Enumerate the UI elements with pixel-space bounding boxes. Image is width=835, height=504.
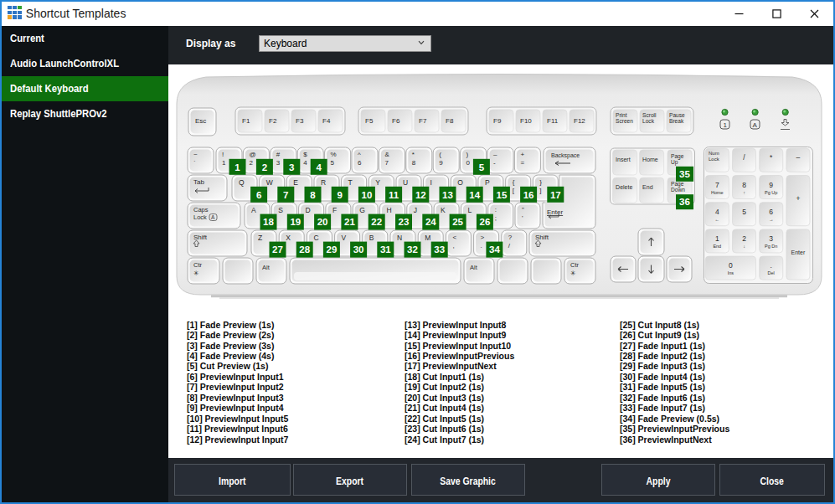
svg-text:N: N: [397, 234, 402, 242]
svg-text:14: 14: [469, 190, 480, 200]
svg-text:=: =: [520, 159, 524, 167]
svg-text:6: 6: [358, 159, 362, 167]
svg-text:3: 3: [769, 234, 773, 243]
svg-text:+: +: [796, 194, 800, 203]
svg-text:F11: F11: [547, 117, 559, 125]
svg-text:.: .: [481, 242, 482, 249]
svg-text:0: 0: [466, 159, 471, 167]
svg-text:[14] PreviewInput Input9: [14] PreviewInput Input9: [405, 330, 507, 340]
svg-text:32: 32: [407, 244, 418, 255]
svg-text:23: 23: [399, 217, 410, 227]
svg-text:[3] Fade Preview (3s): [3] Fade Preview (3s): [187, 341, 274, 351]
svg-text:[19] Cut Input2 (1s): [19] Cut Input2 (1s): [405, 382, 484, 392]
svg-text:;: ;: [495, 214, 497, 222]
svg-text:Z: Z: [258, 234, 262, 242]
svg-text:[24] Cut Input7 (1s): [24] Cut Input7 (1s): [405, 435, 484, 445]
svg-text:–: –: [493, 151, 497, 158]
svg-text:[23] Cut Input6 (1s): [23] Cut Input6 (1s): [405, 424, 484, 434]
svg-text:2: 2: [249, 159, 253, 167]
svg-text:9: 9: [337, 190, 342, 200]
svg-text:`: `: [193, 159, 196, 167]
svg-text:8: 8: [412, 159, 416, 167]
svg-text:24: 24: [425, 217, 436, 227]
svg-text:✳: ✳: [570, 270, 576, 277]
svg-text:25: 25: [452, 217, 463, 227]
svg-text:[18] Cut Input1 (1s): [18] Cut Input1 (1s): [405, 372, 484, 382]
svg-text:Lock: Lock: [709, 157, 720, 162]
svg-text:Del: Del: [768, 270, 775, 275]
svg-text:[11] PreviewInput Input6: [11] PreviewInput Input6: [187, 424, 288, 434]
svg-text:A: A: [211, 214, 215, 220]
svg-text:[35] PreviewInputPrevious: [35] PreviewInputPrevious: [620, 424, 729, 434]
svg-text:F10: F10: [520, 117, 532, 125]
svg-text:F1: F1: [242, 117, 250, 125]
svg-text:1: 1: [715, 234, 719, 243]
svg-text:P: P: [485, 178, 490, 187]
svg-text:Home: Home: [642, 157, 658, 162]
svg-text:31: 31: [380, 244, 391, 255]
svg-text:Alt: Alt: [470, 264, 478, 271]
svg-text:[4] Fade Preview (4s): [4] Fade Preview (4s): [187, 351, 274, 361]
svg-text:5: 5: [479, 162, 485, 172]
svg-text:36: 36: [679, 197, 690, 207]
svg-text:Lock: Lock: [642, 118, 655, 124]
svg-text:%: %: [331, 151, 337, 158]
svg-text:←: ←: [715, 217, 720, 222]
svg-text:L: L: [467, 206, 472, 214]
svg-text:[8] PreviewInput Input3: [8] PreviewInput Input3: [187, 393, 284, 403]
svg-text:Scroll: Scroll: [642, 112, 657, 118]
svg-text:#: #: [276, 151, 281, 158]
svg-text:Home: Home: [711, 190, 724, 195]
svg-text:[16] PreviewInputPrevious: [16] PreviewInputPrevious: [405, 351, 514, 361]
svg-text:A: A: [251, 206, 256, 214]
svg-text:4: 4: [303, 159, 307, 167]
svg-text:K: K: [441, 206, 446, 214]
svg-text:G: G: [359, 206, 365, 214]
svg-text:F12: F12: [574, 117, 585, 125]
svg-text:D: D: [306, 206, 311, 214]
svg-text:7: 7: [715, 181, 719, 189]
svg-text:Num: Num: [709, 151, 719, 156]
svg-text:Shift: Shift: [535, 234, 549, 241]
svg-text:S: S: [278, 206, 283, 214]
svg-text:Down: Down: [671, 187, 685, 193]
svg-text:22: 22: [371, 217, 382, 227]
svg-text:[34] Fade Preview (0.5s): [34] Fade Preview (0.5s): [620, 414, 719, 424]
svg-text:10: 10: [362, 190, 373, 200]
svg-text:[12] PreviewInput Input7: [12] PreviewInput Input7: [187, 435, 289, 445]
svg-text:Q: Q: [239, 178, 245, 187]
svg-text:@: @: [249, 151, 255, 158]
svg-text:2: 2: [262, 162, 267, 172]
svg-text:6: 6: [769, 208, 773, 216]
svg-text:[25] Cut Input8 (1s): [25] Cut Input8 (1s): [620, 320, 699, 330]
svg-text:29: 29: [327, 244, 338, 255]
svg-text:{: {: [513, 178, 515, 186]
svg-text:Ctr: Ctr: [193, 261, 203, 269]
svg-text:.: .: [771, 261, 772, 270]
svg-text:F9: F9: [493, 117, 502, 125]
svg-text:35: 35: [679, 169, 690, 179]
svg-text:Print: Print: [616, 112, 627, 118]
svg-text:12: 12: [415, 190, 426, 200]
svg-text:V: V: [342, 234, 347, 242]
svg-text:4: 4: [715, 208, 719, 216]
svg-text:Caps: Caps: [193, 206, 209, 213]
svg-text:*: *: [412, 151, 415, 158]
svg-text:[27] Fade Input1 (1s): [27] Fade Input1 (1s): [620, 341, 705, 351]
svg-text:3: 3: [289, 162, 294, 172]
svg-text:28: 28: [299, 244, 310, 255]
svg-text:[5] Cut Preview (1s): [5] Cut Preview (1s): [187, 361, 268, 371]
svg-text:F3: F3: [296, 117, 304, 125]
svg-text:}: }: [539, 178, 542, 186]
svg-text:Break: Break: [669, 118, 684, 124]
svg-text:Delete: Delete: [616, 184, 632, 190]
svg-text:0: 0: [729, 261, 733, 270]
svg-text:9: 9: [769, 181, 773, 189]
svg-text:F6: F6: [392, 117, 400, 125]
svg-text:+: +: [520, 151, 524, 158]
svg-text:E: E: [293, 178, 298, 187]
svg-text:!: !: [222, 151, 224, 158]
svg-text:[15] PreviewInput Input10: [15] PreviewInput Input10: [405, 341, 511, 351]
svg-text::: :: [495, 206, 497, 213]
svg-text:&: &: [384, 151, 389, 158]
